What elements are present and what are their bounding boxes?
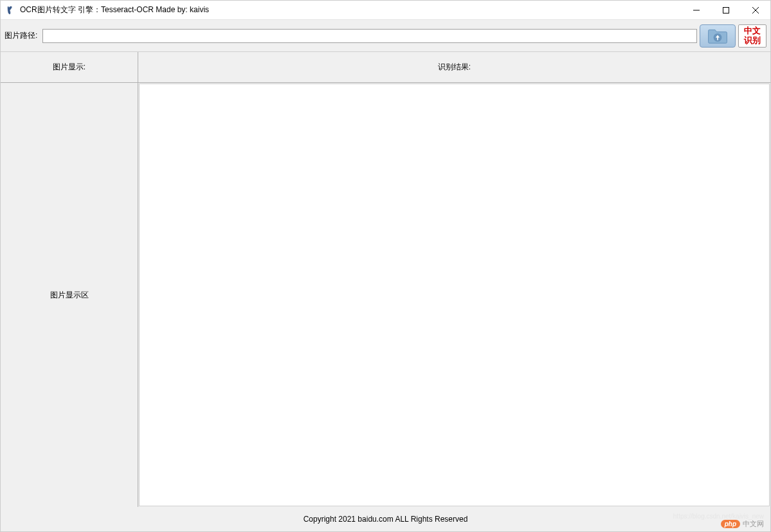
svg-rect-1 [723, 7, 729, 13]
php-badge: php [721, 520, 740, 528]
maximize-button[interactable] [711, 1, 741, 19]
minimize-button[interactable] [682, 1, 711, 19]
toolbar: 图片路径: 中文 识别 [1, 20, 770, 52]
window-title: OCR图片转文字 引擎：Tesseract-OCR Made by: kaivi… [20, 4, 682, 15]
path-label: 图片路径: [5, 30, 37, 41]
image-panel-header: 图片显示: [1, 52, 138, 83]
image-panel: 图片显示: 图片显示区 [1, 52, 138, 507]
main-area: 图片显示: 图片显示区 识别结果: [1, 52, 770, 507]
window-controls [682, 1, 770, 19]
path-input[interactable] [42, 29, 697, 43]
image-display-area: 图片显示区 [1, 83, 138, 507]
footer: Copyright 2021 baidu.com ALL Rights Rese… [1, 507, 770, 531]
cn-text: 中文网 [743, 519, 764, 529]
titlebar: OCR图片转文字 引擎：Tesseract-OCR Made by: kaivi… [1, 1, 770, 20]
folder-upload-icon [707, 27, 728, 45]
watermark: php 中文网 [721, 519, 764, 529]
recognize-label-line2: 识别 [744, 36, 761, 45]
copyright-text: Copyright 2021 baidu.com ALL Rights Rese… [304, 515, 468, 524]
result-text-area[interactable] [139, 84, 770, 506]
result-panel: 识别结果: [138, 52, 770, 507]
app-window: OCR图片转文字 引擎：Tesseract-OCR Made by: kaivi… [0, 0, 771, 532]
result-panel-header: 识别结果: [138, 52, 770, 83]
close-button[interactable] [741, 1, 770, 19]
upload-button[interactable] [700, 24, 736, 48]
recognize-button[interactable]: 中文 识别 [738, 24, 766, 48]
recognize-label-line1: 中文 [744, 26, 761, 35]
app-icon [6, 5, 16, 15]
